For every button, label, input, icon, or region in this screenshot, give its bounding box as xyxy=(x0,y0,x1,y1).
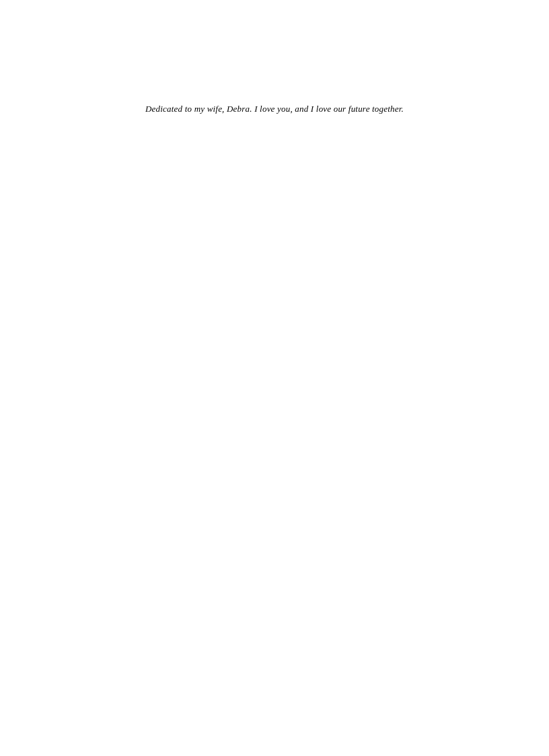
dedication-text: Dedicated to my wife, Debra. I love you,… xyxy=(0,104,549,114)
document-page: Dedicated to my wife, Debra. I love you,… xyxy=(0,0,549,756)
